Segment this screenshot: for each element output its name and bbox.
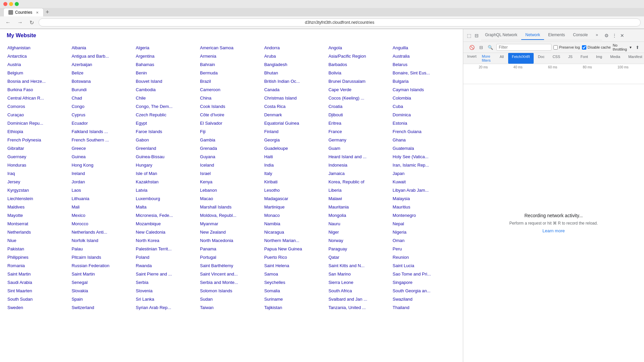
country-item[interactable]: South Sudan <box>7 295 71 303</box>
fullscreen-button[interactable] <box>15 2 19 6</box>
country-item[interactable]: Kazakhstan <box>135 178 199 186</box>
country-item[interactable]: Namibia <box>264 220 328 228</box>
country-item[interactable]: Mozambique <box>135 220 199 228</box>
net-filter-tab-css[interactable]: CSS <box>549 53 564 64</box>
country-item[interactable]: Nepal <box>392 220 456 228</box>
country-item[interactable]: Costa Rica <box>264 103 328 110</box>
country-item[interactable]: Czech Republic <box>135 111 199 119</box>
country-item[interactable]: French Guiana <box>392 128 456 135</box>
country-item[interactable]: Bangladesh <box>264 61 328 68</box>
country-item[interactable]: New Caledonia <box>135 228 199 236</box>
country-item[interactable]: Latvia <box>135 186 199 194</box>
country-item[interactable]: Algeria <box>135 44 199 52</box>
country-item[interactable]: Singapore <box>392 279 456 286</box>
country-item[interactable]: Norway <box>328 237 392 244</box>
country-item[interactable]: Somalia <box>264 287 328 295</box>
country-item[interactable]: Gabon <box>135 136 199 144</box>
country-item[interactable]: Saint Barthélemy <box>199 262 263 269</box>
country-item[interactable]: Switzerland <box>71 304 135 311</box>
country-item[interactable]: Russian Federation <box>71 262 135 269</box>
country-item[interactable]: Libyan Arab Jam... <box>392 186 456 194</box>
address-bar[interactable]: d3hzn3tyfnt3th.cloudfront.net/countries <box>39 18 641 26</box>
country-item[interactable]: Slovakia <box>71 287 135 295</box>
country-item[interactable]: Lithuania <box>71 195 135 202</box>
devtools-tab-graphql-network[interactable]: GraphQL Network <box>481 31 521 40</box>
country-item[interactable]: French Southern ... <box>71 136 135 144</box>
country-item[interactable]: Anguilla <box>392 44 456 52</box>
country-item[interactable]: Comoros <box>7 103 71 110</box>
country-item[interactable]: Côte d'Ivoire <box>199 111 263 119</box>
country-item[interactable]: Thailand <box>392 304 456 311</box>
country-item[interactable]: Chile <box>135 94 199 102</box>
country-item[interactable]: Netherlands Anti... <box>71 228 135 236</box>
country-item[interactable]: Belarus <box>392 61 456 68</box>
country-item[interactable]: Burkina Faso <box>7 86 71 94</box>
country-item[interactable]: Svalbard and Jan ... <box>328 295 392 303</box>
country-item[interactable]: Philippines <box>7 253 71 261</box>
country-item[interactable]: Falkland Islands ... <box>71 128 135 135</box>
close-devtools-button[interactable]: ✕ <box>619 32 625 39</box>
close-button[interactable] <box>3 2 7 6</box>
country-item[interactable]: Saint Kitts and N... <box>328 262 392 269</box>
country-item[interactable]: Iceland <box>199 161 263 169</box>
country-item[interactable]: Sint Maarten <box>7 287 71 295</box>
country-item[interactable]: Albania <box>71 44 135 52</box>
country-item[interactable]: Colombia <box>392 94 456 102</box>
country-item[interactable]: San Marino <box>328 270 392 278</box>
country-item[interactable]: Cameroon <box>199 86 263 94</box>
country-item[interactable]: Mauritania <box>328 203 392 211</box>
country-item[interactable]: Pitcairn Islands <box>71 253 135 261</box>
country-item[interactable]: Germany <box>328 136 392 144</box>
country-item[interactable]: Estonia <box>392 119 456 127</box>
country-item[interactable]: Ecuador <box>71 119 135 127</box>
devtools-tab-»[interactable]: » <box>592 31 602 40</box>
country-item[interactable]: Saint Lucia <box>392 262 456 269</box>
devtools-tab-elements[interactable]: Elements <box>544 31 569 40</box>
country-item[interactable]: Nauru <box>328 220 392 228</box>
country-item[interactable]: Nigeria <box>392 228 456 236</box>
country-item[interactable]: Kyrgyzstan <box>7 186 71 194</box>
country-item[interactable]: Andorra <box>264 44 328 52</box>
country-item[interactable]: Puerto Rico <box>264 253 328 261</box>
country-item[interactable]: Palestinian Territ... <box>135 245 199 253</box>
country-item[interactable]: Isle of Man <box>135 170 199 177</box>
net-filter-tab-js[interactable]: JS <box>565 53 576 64</box>
net-filter-tab-doc[interactable]: Doc <box>534 53 548 64</box>
country-item[interactable]: Cayman Islands <box>392 86 456 94</box>
country-item[interactable]: Ireland <box>71 170 135 177</box>
country-item[interactable]: Armenia <box>199 52 263 60</box>
country-item[interactable]: Macao <box>199 195 263 202</box>
country-item[interactable]: North Korea <box>135 237 199 244</box>
country-item[interactable]: Samoa <box>264 270 328 278</box>
country-item[interactable]: Pakistan <box>7 245 71 253</box>
country-item[interactable]: Belgium <box>7 69 71 77</box>
country-item[interactable]: Dominica <box>392 111 456 119</box>
country-item[interactable]: Saint Pierre and ... <box>135 270 199 278</box>
country-item[interactable]: Qatar <box>328 253 392 261</box>
country-item[interactable]: Romania <box>7 262 71 269</box>
country-item[interactable]: Gambia <box>199 136 263 144</box>
country-item[interactable]: Honduras <box>7 161 71 169</box>
country-item[interactable]: Spain <box>71 295 135 303</box>
country-item[interactable]: Swaziland <box>392 295 456 303</box>
download-button[interactable]: ⬇ <box>643 44 644 51</box>
back-button[interactable]: ← <box>3 19 13 26</box>
country-item[interactable]: Guatemala <box>392 144 456 152</box>
country-item[interactable]: Benin <box>135 69 199 77</box>
country-item[interactable]: Christmas Island <box>264 94 328 102</box>
country-item[interactable]: Brunei Darussalam <box>328 77 392 85</box>
country-item[interactable]: Guinea <box>71 153 135 161</box>
country-item[interactable]: Antarctica <box>7 52 71 60</box>
country-item[interactable]: Sao Tome and Pri... <box>392 270 456 278</box>
country-item[interactable]: Jordan <box>71 178 135 186</box>
country-item[interactable]: Liberia <box>328 186 392 194</box>
country-item[interactable]: Jersey <box>7 178 71 186</box>
country-item[interactable]: Korea, Republic of <box>328 178 392 186</box>
country-item[interactable]: Mayotte <box>7 212 71 219</box>
filter-button[interactable]: ⊟ <box>478 44 484 51</box>
country-item[interactable]: Tajikistan <box>264 304 328 311</box>
inspect-element-button[interactable]: ⬚ <box>466 32 472 39</box>
country-item[interactable]: Saint Vincent and... <box>199 270 263 278</box>
country-item[interactable]: Syrian Arab Rep... <box>135 304 199 311</box>
country-item[interactable]: Norfolk Island <box>71 237 135 244</box>
